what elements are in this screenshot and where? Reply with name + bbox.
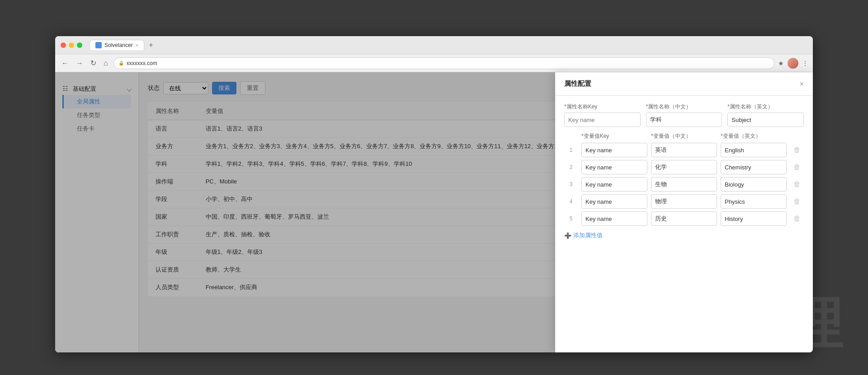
attr-name-cn-label: *属性名称（中文） <box>646 103 722 111</box>
add-attribute-button[interactable]: ➕ 添加属性值 <box>564 229 603 242</box>
row-number: 3 <box>564 181 578 188</box>
modal-close-button[interactable]: × <box>800 80 804 88</box>
variable-row: 1 🗑 <box>564 143 804 157</box>
menu-button[interactable]: ⋮ <box>802 60 808 67</box>
var-cn-input-4[interactable] <box>651 194 717 209</box>
var-cn-input-1[interactable] <box>651 143 717 157</box>
bookmark-button[interactable]: ★ <box>778 60 784 67</box>
modal-title: 属性配置 <box>564 80 591 88</box>
variable-row: 4 🗑 <box>564 194 804 209</box>
home-button[interactable]: ⌂ <box>102 58 110 68</box>
delete-row-button-3[interactable]: 🗑 <box>790 180 804 188</box>
var-col-en-header: *变量值（英文） <box>721 132 787 140</box>
attr-name-cn-input[interactable] <box>646 112 722 127</box>
address-bar[interactable]: 🔒 xxxxxxx.com <box>113 57 774 69</box>
var-cn-input-5[interactable] <box>651 211 717 226</box>
add-attr-label: 添加属性值 <box>573 231 603 239</box>
variable-rows-container: 1 🗑 2 🗑 3 🗑 4 🗑 5 <box>564 143 804 226</box>
var-key-input-4[interactable] <box>581 194 647 209</box>
security-icon: 🔒 <box>118 61 124 66</box>
back-button[interactable]: ← <box>60 58 71 68</box>
modal-body: *属性名称Key *属性名称（中文） *属性名称（英 <box>555 96 813 352</box>
attr-name-form-row: *属性名称Key *属性名称（中文） *属性名称（英 <box>564 103 804 127</box>
delete-row-button-5[interactable]: 🗑 <box>790 215 804 223</box>
attr-key-input[interactable] <box>564 112 641 127</box>
modal-overlay: 属性配置 × *属性名称Key *属性 <box>55 72 813 352</box>
browser-content: ☷ 基础配置 全局属性 任务类型 任务卡 状态 <box>55 72 813 352</box>
var-key-input-2[interactable] <box>581 160 647 174</box>
var-en-input-1[interactable] <box>721 143 787 157</box>
attr-name-cn-group: *属性名称（中文） <box>646 103 722 127</box>
close-window-button[interactable] <box>61 42 66 48</box>
var-cn-input-2[interactable] <box>651 160 717 174</box>
var-cn-input-3[interactable] <box>651 177 717 192</box>
var-en-input-3[interactable] <box>721 177 787 192</box>
browser-toolbar: ← → ↻ ⌂ 🔒 xxxxxxx.com ★ ⋮ <box>55 54 813 72</box>
var-col-cn-header: *变量值（中文） <box>651 132 717 140</box>
delete-row-button-4[interactable]: 🗑 <box>790 197 804 206</box>
add-icon: ➕ <box>564 232 571 239</box>
user-avatar[interactable] <box>788 58 798 69</box>
forward-button[interactable]: → <box>74 58 85 68</box>
delete-row-button-2[interactable]: 🗑 <box>790 163 804 171</box>
var-key-input-5[interactable] <box>581 211 647 226</box>
toolbar-actions: ★ ⋮ <box>778 58 808 69</box>
row-number: 1 <box>564 147 578 153</box>
tab-favicon <box>95 42 102 48</box>
reload-button[interactable]: ↻ <box>89 58 98 68</box>
variable-row: 2 🗑 <box>564 160 804 174</box>
browser-tab[interactable]: Solvelancer × <box>90 40 144 50</box>
maximize-window-button[interactable] <box>77 42 82 48</box>
attr-name-en-input[interactable] <box>727 112 804 127</box>
attr-name-en-group: *属性名称（英文） <box>727 103 804 127</box>
variable-row: 3 🗑 <box>564 177 804 192</box>
var-en-input-5[interactable] <box>721 211 787 226</box>
modal-panel: 属性配置 × *属性名称Key *属性 <box>555 72 813 352</box>
variable-row: 5 🗑 <box>564 211 804 226</box>
tab-close-button[interactable]: × <box>136 42 138 48</box>
browser-titlebar: Solvelancer × + <box>55 36 813 54</box>
variable-table-header: *变量值Key *变量值（中文） *变量值（英文） <box>564 132 804 140</box>
attr-name-en-label: *属性名称（英文） <box>727 103 804 111</box>
new-tab-button[interactable]: + <box>146 40 156 50</box>
browser-window: Solvelancer × + ← → ↻ ⌂ 🔒 xxxxxxx.com ★ … <box>55 36 813 352</box>
delete-row-button-1[interactable]: 🗑 <box>790 146 804 154</box>
row-number: 5 <box>564 216 578 222</box>
var-en-input-2[interactable] <box>721 160 787 174</box>
modal-header: 属性配置 × <box>555 72 813 96</box>
var-col-key-header: *变量值Key <box>581 132 647 140</box>
var-key-input-3[interactable] <box>581 177 647 192</box>
row-number: 2 <box>564 164 578 170</box>
var-key-input-1[interactable] <box>581 143 647 157</box>
minimize-window-button[interactable] <box>69 42 74 48</box>
row-number: 4 <box>564 198 578 205</box>
attr-key-group: *属性名称Key <box>564 103 641 127</box>
traffic-lights <box>61 42 82 48</box>
attr-key-label: *属性名称Key <box>564 103 641 111</box>
tab-bar: Solvelancer × + <box>90 40 156 50</box>
tab-title: Solvelancer <box>104 42 133 48</box>
var-en-input-4[interactable] <box>721 194 787 209</box>
url-display: xxxxxxx.com <box>127 60 157 66</box>
